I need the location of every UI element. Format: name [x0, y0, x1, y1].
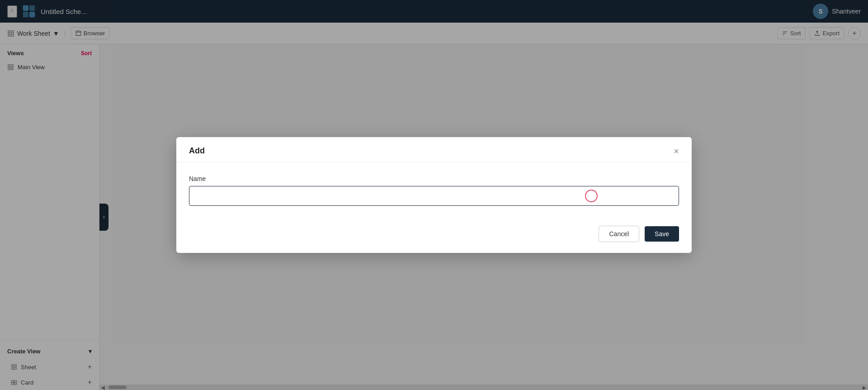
save-button[interactable]: Save [645, 226, 679, 242]
modal-header: Add × [176, 137, 692, 162]
modal-overlay[interactable]: Add × Name Cancel Save [0, 0, 868, 390]
modal-title: Add [189, 146, 205, 156]
add-modal: Add × Name Cancel Save [176, 137, 692, 253]
cancel-button[interactable]: Cancel [599, 226, 639, 242]
modal-close-button[interactable]: × [674, 147, 679, 156]
modal-body: Name [176, 162, 692, 226]
name-input[interactable] [189, 186, 679, 206]
name-label: Name [189, 175, 679, 182]
name-input-wrapper [189, 186, 679, 206]
name-form-group: Name [189, 175, 679, 206]
modal-footer: Cancel Save [176, 226, 692, 253]
